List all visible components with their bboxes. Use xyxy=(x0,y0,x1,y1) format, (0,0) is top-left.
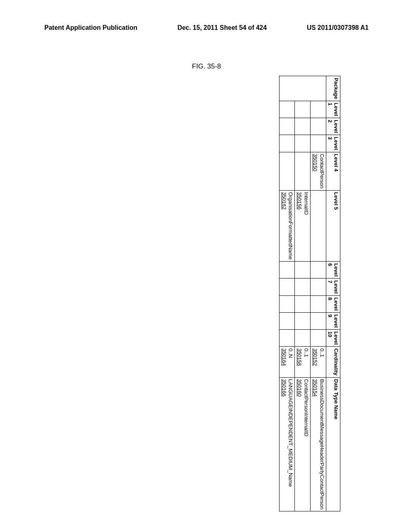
cell-level7 xyxy=(295,278,311,295)
cell-cardin: 0..N 350164 xyxy=(279,347,295,377)
cell-level1 xyxy=(279,101,295,118)
header-right: US 2011/0307398 A1 xyxy=(307,24,369,31)
data-text: BusinessDocumentMessageHeaderPartyContac… xyxy=(319,379,325,510)
header-left: Patent Application Publication xyxy=(44,24,138,31)
col-level8: Level 8 xyxy=(326,295,340,312)
col-data: Data Type Name xyxy=(326,377,340,511)
col-cardin: Cardinality xyxy=(326,347,340,377)
cardin-text: 0..1 xyxy=(319,348,325,357)
table-row: OrganisationFormattedName 350162 0..N 35… xyxy=(279,76,295,511)
figure-label: FIG. 35-8 xyxy=(192,62,221,71)
cell-level1 xyxy=(295,101,311,118)
cell-package xyxy=(279,76,326,101)
level4-ref: 350150 xyxy=(312,154,318,171)
cell-level2 xyxy=(279,118,295,135)
col-level9: Level 9 xyxy=(326,312,340,329)
cell-level5: OrganisationFormattedName 350162 xyxy=(279,190,295,262)
col-level10: Level 10 xyxy=(326,330,340,347)
cell-data: ContactPersonInternalID 350160 xyxy=(295,377,311,511)
table-header-row: Package Level 1 Level 2 Level 3 Level 4 … xyxy=(326,76,340,511)
cell-level5 xyxy=(311,190,326,262)
col-level1: Level 1 xyxy=(326,101,340,118)
cell-level7 xyxy=(279,278,295,295)
level5-ref: 350162 xyxy=(281,192,287,210)
data-text: ContactPersonInternalID xyxy=(303,379,309,436)
level5-text: InternalID xyxy=(303,192,309,215)
cell-data: LANGUAGEINDEPENDENT_MEDIUM_Name 350166 xyxy=(279,377,295,511)
cell-level2 xyxy=(311,118,326,135)
cell-data: BusinessDocumentMessageHeaderPartyContac… xyxy=(311,377,326,511)
cell-level3 xyxy=(311,135,326,152)
cell-level4: ContactPerson 350150 xyxy=(311,152,326,190)
cell-level6 xyxy=(279,262,295,278)
col-level3: Level 3 xyxy=(326,135,340,152)
cell-level3 xyxy=(295,135,311,152)
cell-cardin: 0..1 350158 xyxy=(295,347,311,377)
level5-text: OrganisationFormattedName xyxy=(288,192,294,260)
cell-level6 xyxy=(311,262,326,278)
cell-level8 xyxy=(279,295,295,312)
cardin-ref: 350158 xyxy=(296,348,302,366)
col-level5: Level 5 xyxy=(326,190,340,262)
cell-level10 xyxy=(311,330,326,347)
cell-level7 xyxy=(311,278,326,295)
cell-level6 xyxy=(295,262,311,278)
data-table: Package Level 1 Level 2 Level 3 Level 4 … xyxy=(279,76,340,511)
cell-level10 xyxy=(295,330,311,347)
cell-level10 xyxy=(279,330,295,347)
table-row: ContactPerson 350150 0..1 350152 xyxy=(311,76,326,511)
cell-level9 xyxy=(311,312,326,329)
cardin-text: 0..N xyxy=(288,348,294,358)
cell-level1 xyxy=(311,101,326,118)
col-level2: Level 2 xyxy=(326,118,340,135)
data-ref: 350166 xyxy=(281,379,287,397)
col-level7: Level 7 xyxy=(326,278,340,295)
cell-level3 xyxy=(279,135,295,152)
page-header: Patent Application Publication Dec. 15, … xyxy=(0,24,413,31)
col-level4: Level 4 xyxy=(326,152,340,190)
cell-level8 xyxy=(311,295,326,312)
table-row: InternalID 350156 0..1 350158 xyxy=(295,76,311,511)
cell-level5: InternalID 350156 xyxy=(295,190,311,262)
data-text: LANGUAGEINDEPENDENT_MEDIUM_Name xyxy=(288,379,294,487)
level5-ref: 350156 xyxy=(296,192,302,210)
data-table-container: Package Level 1 Level 2 Level 3 Level 4 … xyxy=(279,76,340,346)
cell-level8 xyxy=(295,295,311,312)
cardin-text: 0..1 xyxy=(303,348,309,357)
data-ref: 350154 xyxy=(312,379,318,397)
col-level6: Level 6 xyxy=(326,262,340,278)
cell-level4 xyxy=(279,152,295,190)
cell-level9 xyxy=(295,312,311,329)
data-ref: 350160 xyxy=(296,379,302,397)
cell-level4 xyxy=(295,152,311,190)
header-center: Dec. 15, 2011 Sheet 54 of 424 xyxy=(177,24,267,31)
cell-cardin: 0..1 350152 xyxy=(311,347,326,377)
cell-level9 xyxy=(279,312,295,329)
cell-level2 xyxy=(295,118,311,135)
level4-text: ContactPerson xyxy=(319,154,325,189)
col-package: Package xyxy=(326,76,340,101)
cardin-ref: 350164 xyxy=(281,348,287,366)
cardin-ref: 350152 xyxy=(312,348,318,366)
